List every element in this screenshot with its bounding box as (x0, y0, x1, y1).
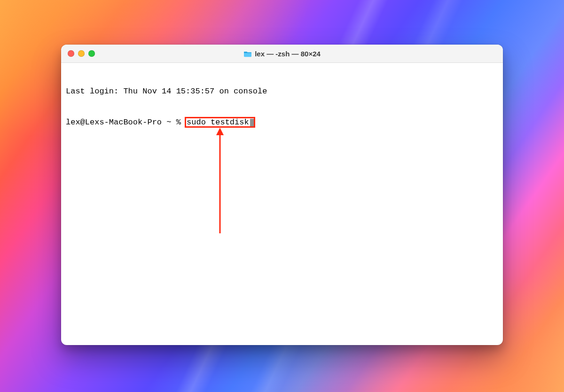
svg-marker-1 (216, 128, 224, 135)
last-login-line: Last login: Thu Nov 14 15:35:57 on conso… (66, 86, 498, 97)
terminal-cursor (250, 119, 254, 128)
folder-icon (243, 51, 252, 57)
window-controls (68, 50, 95, 57)
shell-prompt: lex@Lexs-MacBook-Pro ~ % (66, 118, 186, 127)
typed-command[interactable]: sudo testdisk (186, 118, 250, 127)
window-title-text: lex — -zsh — 80×24 (255, 50, 321, 58)
prompt-line: lex@Lexs-MacBook-Pro ~ % sudo testdisk (66, 117, 498, 128)
terminal-content[interactable]: Last login: Thu Nov 14 15:35:57 on conso… (61, 63, 503, 345)
annotation-arrow (211, 128, 229, 236)
zoom-button[interactable] (88, 50, 95, 57)
minimize-button[interactable] (78, 50, 85, 57)
window-titlebar[interactable]: lex — -zsh — 80×24 (61, 45, 503, 63)
window-title: lex — -zsh — 80×24 (61, 50, 503, 58)
close-button[interactable] (68, 50, 74, 57)
terminal-window: lex — -zsh — 80×24 Last login: Thu Nov 1… (61, 45, 503, 345)
